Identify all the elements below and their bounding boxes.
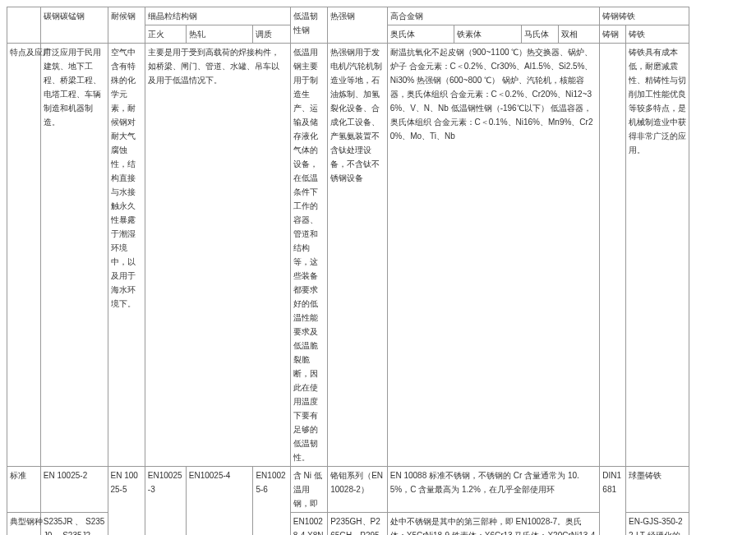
steel-comparison-table: 碳钢碳锰钢 耐候钢 细晶粒结构钢 低温韧性钢 热强钢 高合金钢 铸钢铸铁 正火 … (7, 7, 749, 535)
r2-c3c: EN10025-6 (253, 467, 290, 536)
r1-c8: 热强钢用于发电机/汽轮机制造业等地，石油炼制、加氢裂化设备、合成化工设备、产氢氨… (328, 44, 388, 467)
hdr-marten: 马氏体 (522, 25, 559, 44)
r3-c7b: EN-GJS-350-22-LT 经硬化的可锻铸铁（GTW）EN-GJMW-35… (626, 513, 689, 536)
hdr-lowtemp: 低温韧性钢 (290, 7, 327, 44)
hdr-austen: 奥氏体 (387, 25, 454, 44)
hdr-qt: 调质 (253, 25, 290, 44)
r1-c10 (600, 44, 626, 467)
hdr-hotroll: 热轧 (186, 25, 253, 44)
r2-c7a: DIN1681 (600, 467, 626, 536)
r3-c5: P235GH、P265GH、P295GH 、 EN10028-3 P275NH、… (328, 513, 388, 536)
hdr-highalloy: 高合金钢 (387, 7, 600, 25)
hdr-ferrite: 铁素体 (454, 25, 522, 44)
r2-c2: EN 10025-5 (108, 467, 145, 536)
hdr-caststeel: 铸钢 (600, 25, 626, 44)
row-standard: 标准 EN 10025-2 EN 10025-5 EN10025-3 EN100… (7, 467, 749, 513)
header-row-1: 碳钢碳锰钢 耐候钢 细晶粒结构钢 低温韧性钢 热强钢 高合金钢 铸钢铸铁 (7, 7, 749, 25)
hdr-weather: 耐候钢 (108, 7, 145, 44)
hdr-castiron: 铸铁 (626, 25, 689, 44)
r1-c7: 低温用钢主要用于制造生产、运输及储存液化气体的设备，在低温条件下工作的容器、管道… (290, 44, 327, 467)
r2-c4: 含 Ni 低温用钢，即 (290, 467, 327, 513)
r2-c7b: 球墨铸铁 (626, 467, 689, 513)
r3-c5-text: P235GH、P265GH、P295GH 、 EN10028-3 P275NH、… (330, 517, 385, 535)
hdr-norm: 正火 (145, 25, 186, 44)
r1-c1: 广泛应用于民用建筑、地下工程、桥梁工程、电塔工程、车辆制造和机器制造。 (40, 44, 108, 467)
r3-c4: EN10028-4 X8Ni9 (290, 513, 327, 536)
r1-c2: 空气中含有特殊的化学元素，耐候钢对耐大气腐蚀性，结构直接与水接触永久性暴露于潮湿… (108, 44, 145, 467)
r2-c3b: EN10025-4 (186, 467, 253, 536)
row-features-label: 特点及应用 (7, 44, 41, 467)
hdr-cast: 铸钢铸铁 (600, 7, 689, 25)
row-typical-label: 典型钢种 (7, 513, 41, 536)
hdr-carbon: 碳钢碳锰钢 (40, 7, 108, 44)
r1-c11: 铸铁具有成本低，耐磨减震性、精铸性与切削加工性能优良等较多特点，是机械制造业中获… (626, 44, 689, 467)
r2-c5: 铬钼系列（EN10028-2） (328, 467, 388, 513)
r3-c6: 处中不锈钢是其中的第三部种，即 EN10028-7。奥氏体：X5CrNi18-9… (387, 513, 600, 536)
hdr-duplex: 双相 (559, 25, 600, 44)
r2-c1: EN 10025-2 (40, 467, 108, 513)
hdr-finegrain: 细晶粒结构钢 (145, 7, 290, 25)
r2-c3a: EN10025-3 (145, 467, 186, 536)
row-standard-label: 标准 (7, 467, 41, 513)
hdr-heatres: 热强钢 (328, 7, 388, 44)
r3-c1: S235JR 、 S235J0 、S235J2 、 S275JR 、S275J0… (40, 513, 108, 536)
r1-c3: 主要是用于受到高载荷的焊接构件，如桥梁、闸门、管道、水罐、吊车以及用于低温情况下… (145, 44, 290, 467)
row-features: 特点及应用 广泛应用于民用建筑、地下工程、桥梁工程、电塔工程、车辆制造和机器制造… (7, 44, 749, 467)
r2-c6: EN 10088 标准不锈钢，不锈钢的 Cr 含量通常为 10.5%，C 含量最… (387, 467, 600, 513)
r1-c9: 耐温抗氧化不起皮钢（900~1100 ℃）热交换器、锅炉、炉子 合金元素：C＜0… (387, 44, 600, 467)
